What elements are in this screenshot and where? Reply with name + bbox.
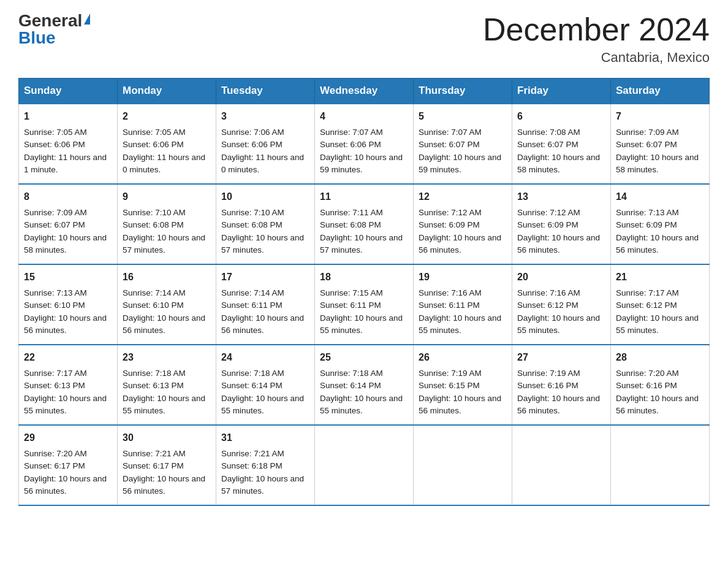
calendar-cell: 23 Sunrise: 7:18 AM Sunset: 6:13 PM Dayl… (118, 345, 216, 425)
sunset-label: Sunset: 6:17 PM (123, 461, 184, 470)
daylight-label: Daylight: 10 hours and 55 minutes. (24, 394, 107, 415)
calendar-cell: 14 Sunrise: 7:13 AM Sunset: 6:09 PM Dayl… (611, 184, 710, 264)
daylight-label: Daylight: 10 hours and 56 minutes. (419, 233, 501, 255)
day-number: 1 (24, 109, 112, 124)
sunrise-label: Sunrise: 7:20 AM (616, 369, 679, 378)
week-row-4: 22 Sunrise: 7:17 AM Sunset: 6:13 PM Dayl… (19, 345, 710, 425)
calendar-cell: 26 Sunrise: 7:19 AM Sunset: 6:15 PM Dayl… (414, 345, 512, 425)
calendar-cell: 19 Sunrise: 7:16 AM Sunset: 6:11 PM Dayl… (414, 264, 512, 345)
calendar-cell: 3 Sunrise: 7:06 AM Sunset: 6:06 PM Dayli… (216, 104, 315, 184)
week-row-5: 29 Sunrise: 7:20 AM Sunset: 6:17 PM Dayl… (19, 425, 710, 505)
day-number: 23 (123, 350, 211, 365)
sunset-label: Sunset: 6:16 PM (616, 381, 677, 390)
column-header-sunday: Sunday (19, 79, 118, 104)
sunrise-label: Sunrise: 7:05 AM (24, 128, 87, 137)
week-row-3: 15 Sunrise: 7:13 AM Sunset: 6:10 PM Dayl… (19, 264, 710, 345)
sunset-label: Sunset: 6:11 PM (221, 301, 282, 310)
daylight-label: Daylight: 10 hours and 57 minutes. (320, 233, 403, 255)
sunset-label: Sunset: 6:16 PM (517, 381, 578, 390)
day-number: 16 (123, 270, 211, 285)
calendar-cell: 21 Sunrise: 7:17 AM Sunset: 6:12 PM Dayl… (611, 264, 710, 345)
sunrise-label: Sunrise: 7:05 AM (123, 128, 186, 137)
column-header-wednesday: Wednesday (315, 79, 414, 104)
logo: General Blue (18, 12, 90, 47)
sunrise-label: Sunrise: 7:20 AM (24, 449, 87, 458)
sunset-label: Sunset: 6:11 PM (419, 301, 480, 310)
sunset-label: Sunset: 6:09 PM (517, 220, 578, 229)
day-number: 7 (616, 109, 704, 124)
daylight-label: Daylight: 10 hours and 56 minutes. (517, 394, 600, 415)
daylight-label: Daylight: 10 hours and 59 minutes. (419, 153, 501, 174)
sunrise-label: Sunrise: 7:13 AM (616, 208, 679, 217)
sunrise-label: Sunrise: 7:21 AM (123, 449, 186, 458)
day-number: 19 (419, 270, 507, 285)
calendar-cell: 11 Sunrise: 7:11 AM Sunset: 6:08 PM Dayl… (315, 184, 414, 264)
sunrise-label: Sunrise: 7:17 AM (616, 288, 679, 297)
sunrise-label: Sunrise: 7:14 AM (123, 288, 186, 297)
calendar-cell: 12 Sunrise: 7:12 AM Sunset: 6:09 PM Dayl… (414, 184, 512, 264)
sunrise-label: Sunrise: 7:18 AM (320, 369, 383, 378)
week-row-2: 8 Sunrise: 7:09 AM Sunset: 6:07 PM Dayli… (19, 184, 710, 264)
daylight-label: Daylight: 10 hours and 56 minutes. (24, 313, 107, 335)
calendar-cell: 18 Sunrise: 7:15 AM Sunset: 6:11 PM Dayl… (315, 264, 414, 345)
day-number: 20 (517, 270, 605, 285)
sunrise-label: Sunrise: 7:16 AM (517, 288, 580, 297)
daylight-label: Daylight: 10 hours and 58 minutes. (616, 153, 699, 174)
daylight-label: Daylight: 10 hours and 57 minutes. (221, 233, 304, 255)
column-header-friday: Friday (512, 79, 611, 104)
sunset-label: Sunset: 6:11 PM (320, 301, 381, 310)
sunset-label: Sunset: 6:10 PM (123, 301, 184, 310)
daylight-label: Daylight: 10 hours and 55 minutes. (123, 394, 205, 415)
sunset-label: Sunset: 6:14 PM (221, 381, 282, 390)
sunrise-label: Sunrise: 7:12 AM (517, 208, 580, 217)
calendar-cell: 9 Sunrise: 7:10 AM Sunset: 6:08 PM Dayli… (118, 184, 216, 264)
sunset-label: Sunset: 6:09 PM (616, 220, 677, 229)
sunset-label: Sunset: 6:07 PM (419, 140, 480, 149)
day-number: 25 (320, 350, 408, 365)
daylight-label: Daylight: 10 hours and 55 minutes. (221, 394, 304, 415)
column-header-monday: Monday (118, 79, 216, 104)
daylight-label: Daylight: 10 hours and 55 minutes. (517, 313, 600, 335)
calendar-cell: 15 Sunrise: 7:13 AM Sunset: 6:10 PM Dayl… (19, 264, 118, 345)
month-title: December 2024 (483, 12, 710, 47)
calendar-cell: 5 Sunrise: 7:07 AM Sunset: 6:07 PM Dayli… (414, 104, 512, 184)
sunrise-label: Sunrise: 7:09 AM (616, 128, 679, 137)
day-number: 30 (123, 431, 211, 445)
calendar-cell (315, 425, 414, 505)
sunset-label: Sunset: 6:08 PM (320, 220, 381, 229)
daylight-label: Daylight: 10 hours and 57 minutes. (123, 233, 205, 255)
day-number: 22 (24, 350, 112, 365)
calendar-cell: 6 Sunrise: 7:08 AM Sunset: 6:07 PM Dayli… (512, 104, 611, 184)
daylight-label: Daylight: 11 hours and 0 minutes. (123, 153, 205, 174)
daylight-label: Daylight: 10 hours and 58 minutes. (24, 233, 107, 255)
sunrise-label: Sunrise: 7:07 AM (320, 128, 383, 137)
daylight-label: Daylight: 10 hours and 56 minutes. (123, 313, 205, 335)
calendar-cell: 7 Sunrise: 7:09 AM Sunset: 6:07 PM Dayli… (611, 104, 710, 184)
sunset-label: Sunset: 6:06 PM (123, 140, 184, 149)
daylight-label: Daylight: 10 hours and 58 minutes. (517, 153, 600, 174)
day-number: 9 (123, 190, 211, 204)
day-number: 13 (517, 190, 605, 204)
daylight-label: Daylight: 10 hours and 59 minutes. (320, 153, 403, 174)
sunset-label: Sunset: 6:08 PM (221, 220, 282, 229)
day-number: 6 (517, 109, 605, 124)
sunrise-label: Sunrise: 7:16 AM (419, 288, 482, 297)
sunset-label: Sunset: 6:07 PM (24, 220, 85, 229)
sunrise-label: Sunrise: 7:14 AM (221, 288, 284, 297)
sunset-label: Sunset: 6:13 PM (123, 381, 184, 390)
day-number: 8 (24, 190, 112, 204)
sunset-label: Sunset: 6:13 PM (24, 381, 85, 390)
column-header-tuesday: Tuesday (216, 79, 315, 104)
calendar-cell (611, 425, 710, 505)
day-number: 27 (517, 350, 605, 365)
calendar-cell: 29 Sunrise: 7:20 AM Sunset: 6:17 PM Dayl… (19, 425, 118, 505)
calendar-cell: 25 Sunrise: 7:18 AM Sunset: 6:14 PM Dayl… (315, 345, 414, 425)
column-header-saturday: Saturday (611, 79, 710, 104)
daylight-label: Daylight: 11 hours and 0 minutes. (221, 153, 304, 174)
title-block: December 2024 Cantabria, Mexico (483, 12, 710, 66)
sunrise-label: Sunrise: 7:15 AM (320, 288, 383, 297)
day-number: 18 (320, 270, 408, 285)
sunrise-label: Sunrise: 7:11 AM (320, 208, 383, 217)
sunrise-label: Sunrise: 7:18 AM (123, 369, 186, 378)
sunrise-label: Sunrise: 7:06 AM (221, 128, 284, 137)
